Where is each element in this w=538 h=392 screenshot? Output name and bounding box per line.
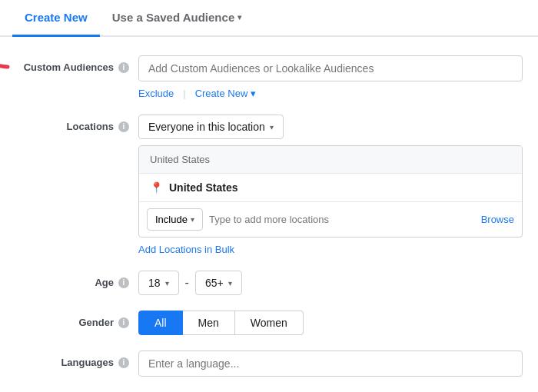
- locations-field: Everyone in this location ▾ United State…: [138, 115, 523, 255]
- location-item-us: 📍 United States: [139, 174, 522, 202]
- languages-field: [138, 350, 523, 377]
- age-label: Age i: [15, 271, 138, 288]
- locations-row: Locations i Everyone in this location ▾ …: [15, 115, 523, 255]
- tab-use-saved[interactable]: Use a Saved Audience ▾: [100, 0, 254, 37]
- age-min-dropdown[interactable]: 18 ▾: [138, 271, 179, 295]
- add-locations-bulk-link[interactable]: Add Locations in Bulk: [138, 244, 523, 255]
- gender-all-button[interactable]: All: [138, 311, 183, 335]
- gender-field: All Men Women: [138, 311, 523, 335]
- locations-info-icon[interactable]: i: [118, 121, 129, 132]
- age-max-dropdown[interactable]: 65+ ▾: [195, 271, 242, 295]
- custom-audience-actions: Exclude | Create New ▾: [138, 88, 523, 99]
- include-dropdown[interactable]: Include ▾: [147, 208, 203, 231]
- pin-icon: 📍: [150, 181, 163, 194]
- locations-label: Locations i: [15, 115, 138, 132]
- age-controls: 18 ▾ - 65+ ▾: [138, 271, 523, 295]
- create-new-link[interactable]: Create New ▾: [195, 88, 256, 99]
- location-search-row: Include ▾ Browse: [139, 202, 522, 237]
- custom-audiences-input[interactable]: [138, 55, 523, 81]
- age-info-icon[interactable]: i: [118, 277, 129, 288]
- custom-audiences-label: Custom Audiences i: [15, 55, 138, 73]
- gender-women-button[interactable]: Women: [235, 311, 304, 335]
- create-new-chevron-icon: ▾: [251, 88, 256, 99]
- location-box: United States 📍 United States Include ▾ …: [138, 145, 523, 238]
- gender-label: Gender i: [15, 311, 138, 328]
- languages-row: Languages i: [15, 350, 523, 377]
- age-row: Age i 18 ▾ - 65+ ▾: [15, 271, 523, 295]
- gender-info-icon[interactable]: i: [118, 317, 129, 328]
- form-content: Custom Audiences i Exclude | Create New …: [0, 37, 538, 392]
- gender-row: Gender i All Men Women: [15, 311, 523, 335]
- tab-bar: Create New Use a Saved Audience ▾: [0, 0, 538, 37]
- custom-audiences-info-icon[interactable]: i: [118, 62, 129, 73]
- browse-button[interactable]: Browse: [481, 214, 514, 225]
- location-type-dropdown[interactable]: Everyone in this location ▾: [138, 115, 284, 139]
- exclude-link[interactable]: Exclude: [138, 88, 174, 99]
- include-chevron-icon: ▾: [191, 215, 194, 224]
- actions-separator: |: [183, 88, 185, 99]
- age-max-chevron-icon: ▾: [228, 279, 232, 287]
- location-header: United States: [139, 146, 522, 174]
- custom-audiences-row: Custom Audiences i Exclude | Create New …: [15, 55, 523, 99]
- location-search-input[interactable]: [209, 214, 475, 225]
- gender-men-button[interactable]: Men: [183, 311, 235, 335]
- age-separator: -: [185, 276, 189, 290]
- location-type-chevron-icon: ▾: [270, 123, 274, 131]
- custom-audiences-field: Exclude | Create New ▾: [138, 55, 523, 99]
- age-field: 18 ▾ - 65+ ▾: [138, 271, 523, 295]
- languages-input[interactable]: [138, 350, 523, 377]
- languages-label: Languages i: [15, 350, 138, 368]
- chevron-down-icon: ▾: [237, 13, 241, 22]
- languages-info-icon[interactable]: i: [118, 357, 129, 368]
- tab-create-new[interactable]: Create New: [12, 0, 100, 37]
- gender-controls: All Men Women: [138, 311, 523, 335]
- age-min-chevron-icon: ▾: [165, 279, 169, 287]
